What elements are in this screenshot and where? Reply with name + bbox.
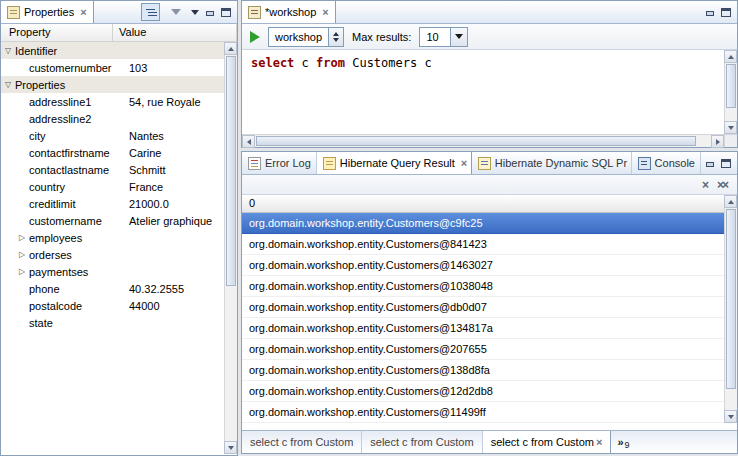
max-results-combo[interactable]: 10 [419, 27, 468, 47]
tab-properties[interactable]: Properties × [1, 1, 94, 23]
collapsed-arrow-icon[interactable]: ▷ [15, 250, 29, 259]
close-icon[interactable]: × [322, 7, 328, 18]
close-icon[interactable]: × [596, 437, 602, 448]
scroll-down-arrow-icon[interactable] [224, 441, 237, 454]
scroll-up-arrow-icon[interactable] [724, 195, 737, 208]
property-row[interactable]: creditlimit 21000.0 [1, 195, 224, 212]
property-row[interactable]: city Nantes [1, 127, 224, 144]
scroll-down-arrow-icon[interactable] [724, 410, 737, 423]
tab-hibernate-dynamic-sql[interactable]: Hibernate Dynamic SQL Pr [472, 152, 632, 174]
property-value[interactable]: Carine [113, 147, 224, 159]
spinner-icon[interactable] [328, 28, 343, 46]
tab-workshop-label: *workshop [265, 6, 316, 18]
query-page-tab-active[interactable]: select c from Custom × [483, 431, 612, 453]
scroll-up-arrow-icon[interactable] [224, 42, 237, 55]
scrollbar-thumb[interactable] [226, 56, 236, 286]
hql-code-editor[interactable]: select c from Customers c [242, 50, 724, 134]
tab-workshop-editor[interactable]: *workshop × [242, 1, 336, 23]
configuration-combo-value[interactable]: workshop [269, 28, 328, 46]
property-name: country [1, 181, 113, 193]
scrollbar-thumb[interactable] [726, 209, 736, 389]
minimize-icon[interactable] [705, 159, 715, 168]
minimize-icon[interactable] [205, 8, 215, 17]
property-value[interactable]: Schmitt [113, 164, 224, 176]
minimize-icon[interactable] [705, 8, 715, 17]
view-menu-icon[interactable] [191, 10, 199, 15]
tab-overflow-chevron[interactable]: » 9 [611, 431, 635, 453]
tab-console[interactable]: Console [632, 152, 701, 174]
dropdown-arrow-icon[interactable] [450, 28, 467, 46]
property-row[interactable]: postalcode 44000 [1, 297, 224, 314]
result-row[interactable]: org.domain.workshop.entity.Customers@841… [242, 234, 725, 255]
tab-error-log[interactable]: Error Log [242, 152, 317, 174]
close-icon[interactable]: × [80, 7, 86, 18]
maximize-icon[interactable] [721, 8, 731, 17]
result-row-selected[interactable]: org.domain.workshop.entity.Customers@c9f… [242, 213, 725, 234]
properties-vertical-scrollbar[interactable] [224, 42, 237, 454]
property-category-row[interactable]: ▽ Properties [1, 76, 224, 93]
property-row[interactable]: phone 40.32.2555 [1, 280, 224, 297]
maximize-icon[interactable] [221, 8, 231, 17]
property-value[interactable]: 44000 [113, 300, 224, 312]
scrollbar-thumb[interactable] [726, 64, 736, 108]
property-row[interactable]: addressline2 [1, 110, 224, 127]
result-row[interactable]: org.domain.workshop.entity.Customers@db0… [242, 297, 725, 318]
scroll-up-arrow-icon[interactable] [724, 50, 737, 63]
scroll-down-arrow-icon[interactable] [724, 121, 737, 134]
results-vertical-scrollbar[interactable] [724, 195, 737, 423]
results-column-header[interactable]: 0 [242, 195, 725, 213]
result-row[interactable]: org.domain.workshop.entity.Customers@207… [242, 339, 725, 360]
tab-hibernate-query-result[interactable]: Hibernate Query Result × [317, 152, 472, 174]
result-row[interactable]: org.domain.workshop.entity.Customers@12d… [242, 381, 725, 402]
property-name: paymentses [29, 266, 224, 278]
property-row[interactable]: addressline1 54, rue Royale [1, 93, 224, 110]
editor-vertical-scrollbar[interactable] [724, 50, 737, 134]
property-value[interactable]: 103 [113, 62, 224, 74]
result-row[interactable]: org.domain.workshop.entity.Customers@114… [242, 402, 725, 423]
column-header-value[interactable]: Value [113, 24, 237, 41]
property-value[interactable]: 54, rue Royale [113, 96, 224, 108]
max-results-value[interactable]: 10 [420, 28, 450, 46]
property-row-expandable[interactable]: ▷ employees [1, 229, 224, 246]
property-value[interactable]: Nantes [113, 130, 224, 142]
scrollbar-thumb[interactable] [256, 136, 696, 146]
configuration-combo[interactable]: workshop [268, 27, 344, 47]
hql-editor-panel: *workshop × workshop Max results: 10 sel… [241, 0, 738, 148]
property-row[interactable]: contactfirstname Carine [1, 144, 224, 161]
close-query-page-icon[interactable]: × [702, 179, 707, 191]
property-row[interactable]: customernumber 103 [1, 59, 224, 76]
property-value[interactable]: 40.32.2555 [113, 283, 224, 295]
scroll-right-arrow-icon[interactable] [711, 135, 724, 148]
run-query-icon[interactable] [250, 31, 260, 43]
property-name: customernumber [1, 62, 113, 74]
show-categories-button[interactable] [141, 3, 160, 21]
property-row[interactable]: state [1, 314, 224, 331]
expanded-arrow-icon[interactable]: ▽ [1, 46, 15, 55]
result-row[interactable]: org.domain.workshop.entity.Customers@138… [242, 360, 725, 381]
filter-properties-button[interactable] [166, 3, 185, 21]
scroll-left-arrow-icon[interactable] [242, 135, 255, 148]
property-row[interactable]: customername Atelier graphique [1, 212, 224, 229]
property-category-row[interactable]: ▽ Identifier [1, 42, 224, 59]
close-all-query-pages-icon[interactable]: ×× [717, 179, 727, 191]
result-row[interactable]: org.domain.workshop.entity.Customers@146… [242, 255, 725, 276]
expanded-arrow-icon[interactable]: ▽ [1, 80, 15, 89]
collapsed-arrow-icon[interactable]: ▷ [15, 233, 29, 242]
result-row[interactable]: org.domain.workshop.entity.Customers@134… [242, 318, 725, 339]
column-header-property[interactable]: Property [1, 24, 113, 41]
property-value[interactable]: Atelier graphique [113, 215, 224, 227]
editor-horizontal-scrollbar[interactable] [242, 134, 724, 147]
property-value[interactable]: 21000.0 [113, 198, 224, 210]
property-row-expandable[interactable]: ▷ paymentses [1, 263, 224, 280]
property-row[interactable]: contactlastname Schmitt [1, 161, 224, 178]
collapsed-arrow-icon[interactable]: ▷ [15, 267, 29, 276]
query-page-tab[interactable]: select c from Custom [242, 431, 362, 453]
query-page-tab[interactable]: select c from Custom [362, 431, 482, 453]
maximize-icon[interactable] [721, 159, 731, 168]
results-window-controls [701, 152, 737, 174]
property-value[interactable]: France [113, 181, 224, 193]
close-icon[interactable]: × [461, 158, 467, 169]
property-row-expandable[interactable]: ▷ orderses [1, 246, 224, 263]
result-row[interactable]: org.domain.workshop.entity.Customers@103… [242, 276, 725, 297]
property-row[interactable]: country France [1, 178, 224, 195]
